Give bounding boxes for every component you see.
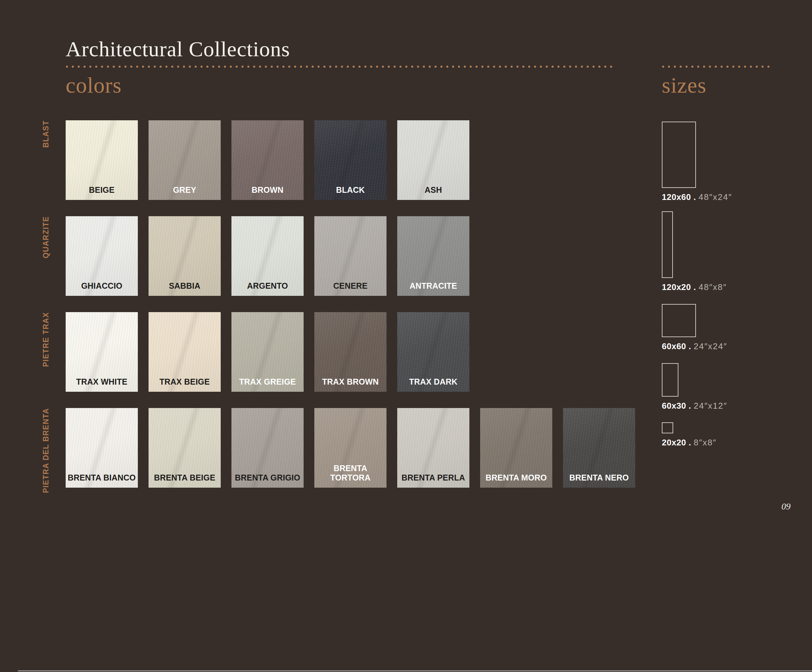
swatch-color-name: BROWN (232, 185, 304, 195)
collection-name-vertical-label: QUARZITE (42, 216, 66, 296)
size-cm-text: 60x60 (662, 341, 686, 351)
colors-section-heading: colors (66, 74, 121, 96)
tile-color-swatch[interactable]: BRENTA PERLA (397, 408, 469, 488)
size-label: 60x60 . 24″x24″ (662, 342, 727, 351)
tile-size-outline (662, 422, 673, 433)
tile-color-swatch[interactable]: BRENTA BEIGE (148, 408, 221, 488)
size-inches-text: 48″x24″ (699, 192, 732, 202)
tile-color-swatch[interactable]: BRENTA NERO (563, 408, 635, 488)
collection-row: BLAST BEIGE GREY BROWN BLACK ASH (42, 120, 469, 200)
swatch-group: BRENTA BIANCO BRENTA BEIGE BRENTA GRIGIO… (66, 408, 635, 488)
size-item: 120x60 . 48″x24″ (662, 121, 732, 202)
swatch-color-name: BRENTA GRIGIO (232, 473, 304, 483)
swatch-color-name: TRAX BEIGE (148, 377, 221, 387)
tile-color-swatch[interactable]: CENERE (314, 216, 387, 296)
swatch-color-name: BEIGE (66, 185, 138, 195)
size-label: 120x20 . 48″x8″ (662, 283, 727, 292)
swatch-color-name: TRAX GREIGE (232, 377, 304, 387)
tile-color-swatch[interactable]: GHIACCIO (66, 216, 138, 296)
size-label: 20x20 . 8″x8″ (662, 438, 716, 448)
swatch-color-name: TRAX WHITE (66, 377, 138, 387)
tile-color-swatch[interactable]: BRENTA GRIGIO (232, 408, 304, 488)
tile-size-outline (662, 363, 678, 397)
swatch-color-name: CENERE (314, 281, 387, 291)
swatch-group: TRAX WHITE TRAX BEIGE TRAX GREIGE TRAX B… (66, 312, 469, 392)
collection-row: PIETRA DEL BRENTA BRENTA BIANCO BRENTA B… (42, 408, 635, 488)
size-inches-text: 24″x12″ (694, 401, 727, 411)
sizes-section-heading: sizes (662, 74, 706, 96)
swatch-color-name: SABBIA (148, 281, 221, 291)
sizes-dotted-rule (662, 65, 772, 68)
tile-color-swatch[interactable]: TRAX BEIGE (148, 312, 221, 392)
size-label: 60x30 . 24″x12″ (662, 401, 727, 411)
tile-color-swatch[interactable]: BROWN (232, 120, 304, 200)
size-cm-text: 60x30 (662, 401, 686, 411)
swatch-color-name: BRENTA MORO (480, 473, 552, 483)
swatch-group: GHIACCIO SABBIA ARGENTO CENERE ANTRACITE (66, 216, 469, 296)
size-cm-text: 120x60 (662, 192, 691, 202)
collection-name-vertical-label: PIETRE TRAX (42, 312, 66, 392)
swatch-color-name: ARGENTO (232, 281, 304, 291)
tile-color-swatch[interactable]: GREY (148, 120, 221, 200)
collection-row: QUARZITE GHIACCIO SABBIA ARGENTO CENERE … (42, 216, 469, 296)
swatch-color-name: ANTRACITE (397, 281, 469, 291)
swatch-color-name: TRAX BROWN (314, 377, 387, 387)
swatch-color-name: BRENTA BEIGE (148, 473, 221, 483)
collection-row: PIETRE TRAX TRAX WHITE TRAX BEIGE TRAX G… (42, 312, 469, 392)
swatch-group: BEIGE GREY BROWN BLACK ASH (66, 120, 469, 200)
tile-size-outline (662, 211, 673, 278)
collection-name-vertical-label: PIETRA DEL BRENTA (42, 408, 66, 488)
tile-color-swatch[interactable]: TRAX WHITE (66, 312, 138, 392)
size-label: 120x60 . 48″x24″ (662, 193, 732, 202)
collection-name-vertical-label: BLAST (42, 120, 66, 200)
size-inches-text: 8″x8″ (694, 438, 716, 447)
size-item: 60x30 . 24″x12″ (662, 363, 727, 411)
swatch-color-name: GREY (148, 185, 221, 195)
swatch-color-name: BRENTA NERO (563, 473, 635, 483)
swatch-color-name: BLACK (314, 185, 387, 195)
swatch-color-name: BRENTA PERLA (397, 473, 469, 483)
size-cm-text: 120x20 (662, 282, 691, 292)
tile-color-swatch[interactable]: TRAX BROWN (314, 312, 387, 392)
size-inches-text: 24″x24″ (694, 341, 727, 351)
swatch-color-name: BRENTA TORTORA (314, 464, 387, 483)
tile-color-swatch[interactable]: BLACK (314, 120, 387, 200)
tile-size-outline (662, 121, 696, 188)
tile-color-swatch[interactable]: BRENTA BIANCO (66, 408, 138, 488)
swatch-color-name: TRAX DARK (397, 377, 469, 387)
size-inches-text: 48″x8″ (699, 282, 727, 292)
tile-color-swatch[interactable]: ASH (397, 120, 469, 200)
tile-color-swatch[interactable]: BEIGE (66, 120, 138, 200)
tile-color-swatch[interactable]: BRENTA MORO (480, 408, 552, 488)
tile-color-swatch[interactable]: ANTRACITE (397, 216, 469, 296)
swatch-color-name: ASH (397, 185, 469, 195)
swatch-color-name: BRENTA BIANCO (66, 473, 138, 483)
title-dotted-rule (66, 65, 616, 68)
swatch-color-name: GHIACCIO (66, 281, 138, 291)
tile-color-swatch[interactable]: BRENTA TORTORA (314, 408, 387, 488)
bottom-edge-line (18, 670, 812, 671)
catalog-page: Architectural Collections colors sizes B… (0, 0, 812, 672)
tile-color-swatch[interactable]: TRAX DARK (397, 312, 469, 392)
tile-color-swatch[interactable]: TRAX GREIGE (232, 312, 304, 392)
tile-size-outline (662, 304, 696, 337)
size-cm-text: 20x20 (662, 438, 686, 447)
size-item: 120x20 . 48″x8″ (662, 211, 727, 292)
page-number: 09 (781, 501, 791, 512)
size-item: 60x60 . 24″x24″ (662, 304, 727, 351)
tile-color-swatch[interactable]: ARGENTO (232, 216, 304, 296)
size-item: 20x20 . 8″x8″ (662, 422, 716, 448)
tile-color-swatch[interactable]: SABBIA (148, 216, 221, 296)
page-title: Architectural Collections (66, 38, 290, 60)
